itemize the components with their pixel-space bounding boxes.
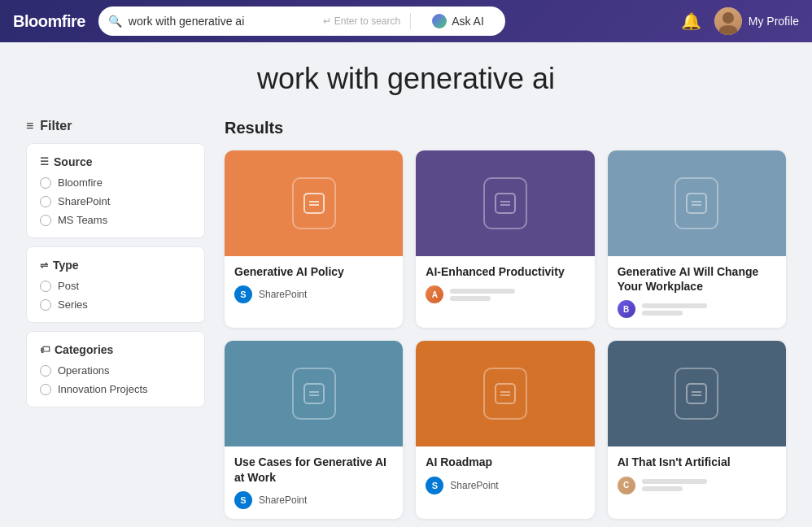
svg-rect-12 [495,384,515,403]
card-meta-bars-3 [642,303,707,316]
card-source-label-4: SharePoint [259,494,307,506]
result-card-1[interactable]: Generative AI Policy S SharePoint [225,150,403,328]
sharepoint-icon-5: S [426,477,443,494]
header-right: 🔔 My Profile [681,7,799,35]
filter-label-series: Series [58,298,88,311]
search-bar[interactable]: 🔍 ↵ Enter to search Ask AI [98,7,505,36]
search-icon: 🔍 [108,15,122,28]
card-thumbnail-6 [608,341,786,446]
card-title-6: AI That Isn't Artificial [618,455,776,469]
card-meta-5: S SharePoint [426,477,584,494]
card-thumbnail-5 [416,341,594,446]
result-card-3[interactable]: Generative AI Will Change Your Workplace… [608,150,786,328]
radio-post[interactable] [40,281,51,292]
filter-label-post: Post [58,280,79,292]
meta-bar-6b [642,486,683,491]
type-section-label: Type [53,259,79,272]
main-content: work with generative ai ≡ Filter ☰ Sourc… [0,42,812,527]
radio-series[interactable] [40,299,51,311]
radio-sharepoint[interactable] [40,196,51,207]
results-grid: Generative AI Policy S SharePoint [225,150,786,519]
radio-bloomfire[interactable] [40,177,51,189]
card-meta-4: S SharePoint [234,491,393,509]
logo: Bloomfire [13,12,85,31]
filter-label-bloomfire: Bloomfire [58,176,103,189]
card-title-2: AI-Enhanced Productivity [426,264,584,279]
filter-label: Filter [40,119,72,133]
page-title: work with generative ai [26,62,786,96]
person-avatar-3: B [618,300,635,318]
filter-label-sharepoint: SharePoint [58,195,110,207]
categories-section-icon: 🏷 [40,344,50,355]
card-meta-2: A [426,285,584,303]
ask-ai-label: Ask AI [452,15,484,28]
radio-operations[interactable] [40,365,51,377]
card-thumbnail-1 [225,150,403,256]
content-layout: ≡ Filter ☰ Source Bloomfire SharePoint [26,119,786,519]
results-area: Results Generative AI [225,119,786,519]
search-input[interactable] [129,15,317,28]
categories-section-label: Categories [55,343,113,356]
avatar-image [714,7,742,35]
card-title-1: Generative AI Policy [234,264,393,279]
filter-section-type: ⇌ Type Post Series [26,246,205,323]
doc-icon-6 [674,368,718,420]
card-info-2: AI-Enhanced Productivity A [416,256,594,313]
sidebar: ≡ Filter ☰ Source Bloomfire SharePoint [26,119,205,519]
meta-bar-3a [642,303,707,308]
result-card-6[interactable]: AI That Isn't Artificial C [608,341,786,518]
card-title-3: Generative AI Will Change Your Workplace [618,264,776,294]
result-card-4[interactable]: Use Cases for Generative AI at Work S Sh… [225,341,403,518]
filter-option-msteams[interactable]: MS Teams [40,214,191,226]
ask-ai-icon [432,14,447,28]
svg-rect-3 [495,194,515,213]
result-card-5[interactable]: AI Roadmap S SharePoint [416,341,594,518]
card-meta-bars-6 [642,479,707,491]
radio-innovation[interactable] [40,384,51,395]
filter-option-series[interactable]: Series [40,298,191,311]
card-title-5: AI Roadmap [426,455,584,469]
svg-rect-0 [304,194,324,213]
filter-label-msteams: MS Teams [58,214,107,226]
filter-option-post[interactable]: Post [40,280,191,292]
filter-option-operations[interactable]: Operations [40,364,191,377]
filter-option-innovation[interactable]: Innovation Projects [40,383,191,395]
doc-icon-4 [292,368,336,420]
notification-icon[interactable]: 🔔 [681,11,701,31]
card-meta-3: B [618,300,776,318]
radio-msteams[interactable] [40,215,51,226]
card-title-4: Use Cases for Generative AI at Work [234,455,393,484]
svg-rect-15 [687,384,706,403]
header: Bloomfire 🔍 ↵ Enter to search Ask AI 🔔 M… [0,0,812,42]
svg-rect-9 [304,384,324,403]
result-card-2[interactable]: AI-Enhanced Productivity A [416,150,594,328]
card-thumbnail-2 [416,150,594,256]
card-info-3: Generative AI Will Change Your Workplace… [608,256,786,328]
source-section-icon: ☰ [40,156,49,168]
meta-bar-2b [450,296,491,301]
meta-bar-6a [642,479,707,484]
card-source-label-5: SharePoint [450,480,498,491]
card-meta-bars-2 [450,289,515,301]
person-avatar-6: C [618,477,635,494]
card-thumbnail-3 [608,150,786,256]
profile-label: My Profile [749,15,799,28]
filter-section-type-title: ⇌ Type [40,259,191,272]
meta-bar-2a [450,289,515,294]
card-source-label-1: SharePoint [259,289,307,300]
filter-header: ≡ Filter [26,119,205,133]
search-enter-hint: ↵ Enter to search [323,15,400,27]
source-section-label: Source [54,155,92,168]
filter-section-categories: 🏷 Categories Operations Innovation Proje… [26,331,205,407]
card-info-5: AI Roadmap S SharePoint [416,446,594,503]
ask-ai-button[interactable]: Ask AI [421,9,495,33]
card-info-4: Use Cases for Generative AI at Work S Sh… [225,446,403,518]
person-avatar-2: A [426,285,443,303]
profile-area[interactable]: My Profile [714,7,799,35]
filter-option-sharepoint[interactable]: SharePoint [40,195,191,207]
filter-option-bloomfire[interactable]: Bloomfire [40,176,191,189]
card-info-6: AI That Isn't Artificial C [608,446,786,503]
results-title: Results [225,119,786,137]
svg-rect-6 [687,194,706,213]
filter-section-categories-title: 🏷 Categories [40,343,191,356]
